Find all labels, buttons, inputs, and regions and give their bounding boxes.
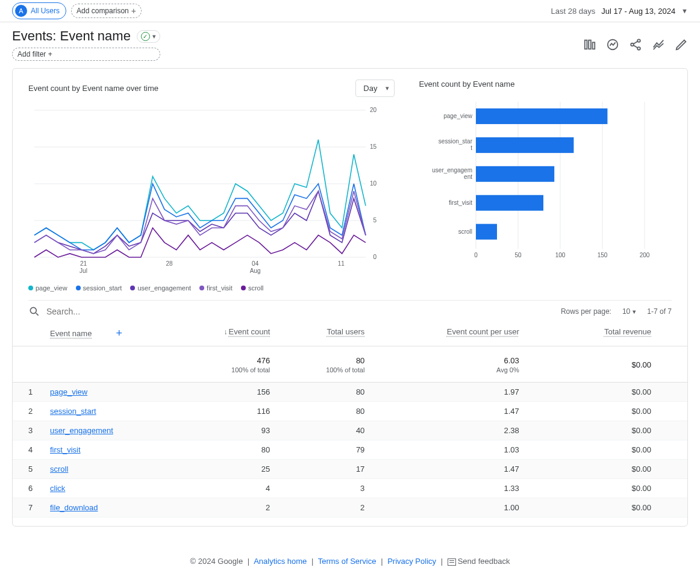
charts-row: Event count by Event name over time Day … (13, 69, 687, 292)
status-chip[interactable]: ✓ ▾ (137, 30, 160, 43)
svg-text:Aug: Aug (250, 267, 261, 274)
col-header-revenue[interactable]: Total revenue (604, 327, 651, 336)
segment-letter-badge: A (15, 5, 27, 17)
legend-item[interactable]: page_view (28, 284, 67, 292)
legend-dot-icon (28, 286, 33, 290)
col-header-total-users[interactable]: Total users (327, 327, 364, 336)
svg-line-48 (36, 313, 39, 316)
send-feedback-button[interactable]: Send feedback (448, 557, 510, 566)
svg-text:04: 04 (252, 260, 259, 267)
totals-total-users-sub: 100% of total (284, 366, 364, 374)
event-name-link[interactable]: file_download (50, 503, 98, 512)
legend-item[interactable]: first_visit (199, 284, 233, 292)
svg-text:page_view: page_view (444, 113, 473, 119)
date-range-picker[interactable]: Jul 17 - Aug 13, 2024 (601, 7, 675, 16)
svg-text:200: 200 (640, 252, 650, 258)
svg-text:session_star: session_star (439, 138, 473, 145)
legend-item[interactable]: scroll (241, 284, 264, 292)
share-icon[interactable] (629, 38, 642, 51)
totals-revenue: $0.00 (631, 360, 651, 369)
event-name-link[interactable]: click (50, 484, 65, 493)
line-chart: 0510152021Jul2804Aug11 (28, 104, 384, 279)
event-name-link[interactable]: scroll (50, 464, 68, 474)
sort-arrow-down-icon: ↓ (224, 328, 228, 336)
svg-text:5: 5 (373, 217, 377, 224)
svg-text:20: 20 (370, 107, 377, 113)
row-name-cell: click (43, 479, 169, 498)
event-name-link[interactable]: session_start (50, 407, 96, 416)
legend-item[interactable]: user_engagement (130, 284, 191, 292)
event-name-link[interactable]: first_visit (50, 445, 81, 454)
svg-rect-35 (476, 108, 607, 124)
svg-text:0: 0 (475, 252, 478, 258)
totals-per-user: 6.03 (504, 356, 519, 365)
insights-icon[interactable] (606, 38, 619, 51)
row-index: 1 (13, 383, 43, 402)
totals-event-count: 476 (257, 356, 270, 365)
bar-chart-title: Event count by Event name (419, 80, 514, 89)
svg-text:t: t (471, 145, 473, 151)
line-chart-legend: page_viewsession_startuser_engagementfir… (28, 284, 395, 292)
row-index: 3 (13, 421, 43, 440)
row-index: 4 (13, 440, 43, 460)
plus-icon: + (131, 6, 136, 16)
add-filter-chip[interactable]: Add filter + (12, 48, 160, 61)
rows-per-page-select[interactable]: 10 ▾ (622, 307, 636, 316)
row-per-user: 1.97 (372, 383, 526, 402)
title-area: Events: Event name ✓ ▾ Add filter + (12, 28, 160, 61)
event-name-link[interactable]: page_view (50, 387, 87, 396)
add-dimension-button[interactable]: + (116, 327, 122, 340)
col-header-per-user[interactable]: Event count per user (447, 327, 519, 336)
date-range-label: Last 28 days (551, 7, 596, 16)
search-input[interactable] (45, 306, 166, 317)
svg-text:15: 15 (370, 143, 377, 150)
svg-rect-0 (585, 40, 587, 49)
row-event-count: 2 (169, 498, 277, 518)
svg-text:Jul: Jul (80, 267, 87, 274)
row-name-cell: file_download (43, 498, 169, 518)
trend-icon[interactable] (652, 38, 665, 51)
footer-link-analytics-home[interactable]: Analytics home (254, 557, 307, 566)
add-comparison-chip[interactable]: Add comparison + (71, 4, 142, 18)
col-header-event-count[interactable]: Event count (229, 327, 270, 336)
customize-report-icon[interactable] (583, 38, 596, 51)
top-bar: A All Users Add comparison + Last 28 day… (0, 0, 700, 22)
svg-text:50: 50 (515, 252, 522, 258)
row-index: 2 (13, 402, 43, 421)
row-event-count: 93 (169, 421, 277, 440)
table-row: 5scroll25171.47$0.00 (13, 460, 687, 479)
row-event-count: 4 (169, 479, 277, 498)
totals-row: 476100% of total 80100% of total 6.03Avg… (13, 346, 687, 383)
svg-text:scroll: scroll (458, 228, 472, 235)
chevron-down-icon: ▼ (681, 7, 688, 14)
page-range-label: 1-7 of 7 (647, 307, 672, 316)
events-table: Event name + ↓Event count Total users Ev… (13, 321, 687, 518)
row-total-users: 2 (277, 498, 372, 518)
svg-rect-1 (589, 40, 591, 49)
event-name-link[interactable]: user_engagement (50, 426, 113, 435)
edit-icon[interactable] (675, 38, 688, 51)
row-event-count: 80 (169, 440, 277, 460)
row-per-user: 1.47 (372, 460, 526, 479)
footer-link-privacy[interactable]: Privacy Policy (387, 557, 436, 566)
row-total-users: 80 (277, 383, 372, 402)
page-title: Events: Event name (12, 28, 131, 44)
row-revenue: $0.00 (527, 402, 687, 421)
row-per-user: 1.47 (372, 402, 526, 421)
svg-point-47 (30, 307, 36, 313)
legend-item[interactable]: session_start (76, 284, 122, 292)
line-chart-title: Event count by Event name over time (28, 84, 158, 93)
granularity-select[interactable]: Day (355, 80, 395, 97)
svg-text:first_visit: first_visit (449, 199, 473, 206)
legend-dot-icon (241, 286, 246, 290)
topbar-right: Last 28 days Jul 17 - Aug 13, 2024 ▼ (551, 7, 688, 16)
segment-chip-all-users[interactable]: A All Users (12, 2, 66, 19)
svg-text:28: 28 (166, 260, 173, 267)
col-header-event-name[interactable]: Event name (50, 329, 92, 338)
segment-label: All Users (31, 7, 60, 15)
svg-text:user_engagem: user_engagem (433, 167, 473, 174)
row-name-cell: session_start (43, 402, 169, 421)
svg-rect-45 (476, 224, 497, 240)
footer-link-tos[interactable]: Terms of Service (318, 557, 377, 566)
row-per-user: 1.00 (372, 498, 526, 518)
